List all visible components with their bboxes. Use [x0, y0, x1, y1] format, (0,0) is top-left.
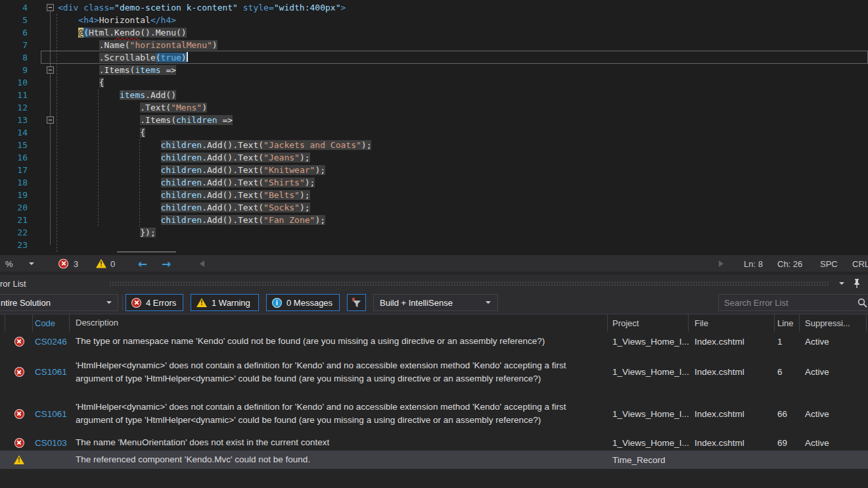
code-line-12[interactable]: .Text("Mens") — [58, 101, 868, 114]
code-line-19[interactable]: children.Add().Text("Belts"); — [58, 189, 868, 201]
column-header-blank0[interactable] — [0, 314, 5, 331]
code-line-16[interactable]: children.Add().Text("Jeans"); — [58, 151, 868, 164]
file-cell[interactable]: Index.cshtml — [689, 409, 775, 419]
error-row-2[interactable]: CS1061'HtmlHelper<dynamic>' does not con… — [0, 351, 868, 393]
code-line-20[interactable]: children.Add().Text("Socks"); — [58, 201, 868, 214]
scope-filter-value: ntire Solution — [1, 298, 51, 308]
code-line-14[interactable]: { — [58, 126, 868, 139]
code-line-22[interactable]: }); — [58, 226, 868, 239]
column-header-code[interactable]: Code — [33, 314, 70, 331]
fold-collapse-button[interactable] — [47, 116, 54, 124]
project-cell[interactable]: 1_Views_Home_I... — [608, 367, 689, 377]
code-token: ( — [83, 28, 89, 37]
code-line-5[interactable]: <h4>Horizontal</h4> — [58, 14, 868, 26]
warnings-toggle-button[interactable]: ! 1 Warning — [191, 294, 259, 311]
code-cell[interactable]: CS0246 — [33, 337, 70, 347]
error-list-title-bar[interactable]: ror List — [0, 275, 868, 292]
column-header-file[interactable]: File — [689, 314, 775, 331]
code-line-11[interactable]: items.Add() — [58, 89, 868, 101]
project-cell[interactable]: 1_Views_Home_I... — [608, 409, 689, 419]
code-line-6[interactable]: @(Html.Kendo().Menu() — [58, 26, 868, 39]
code-cell[interactable]: CS0103 — [33, 438, 70, 448]
line-cell[interactable]: 6 — [775, 367, 800, 377]
suppression-state-cell[interactable]: Active — [800, 367, 867, 377]
error-count-icon[interactable] — [58, 258, 68, 268]
error-row-3[interactable]: CS1061'HtmlHelper<dynamic>' does not con… — [0, 393, 868, 435]
project-cell[interactable]: Time_Record — [608, 455, 689, 465]
code-cell[interactable]: CS1061 — [33, 409, 70, 419]
window-position-chevron-icon[interactable] — [839, 282, 844, 285]
file-cell[interactable]: Index.cshtml — [689, 367, 775, 377]
search-input[interactable] — [719, 295, 856, 310]
error-row-4[interactable]: CS0103The name 'MenuOrientation' does no… — [0, 435, 868, 451]
fold-collapse-button[interactable] — [47, 66, 54, 74]
code-line-7[interactable]: .Name("horizontalMenu") — [58, 39, 868, 51]
project-cell[interactable]: 1_Views_Home_I... — [608, 337, 689, 347]
line-cell[interactable]: 69 — [775, 438, 800, 448]
code-line-10[interactable]: { — [58, 76, 868, 89]
navigate-forward-icon[interactable]: → — [162, 257, 171, 270]
zoom-select[interactable]: % — [5, 258, 13, 268]
code-line-21[interactable]: children.Add().Text("Fan Zone"); — [58, 214, 868, 226]
code-area[interactable]: <div class="demo-scetion k-content" styl… — [0, 1, 868, 251]
scroll-left-icon[interactable] — [200, 260, 204, 267]
code-line-23[interactable] — [58, 239, 868, 251]
search-icon[interactable] — [857, 297, 868, 308]
horizontal-scrollbar-thumb[interactable] — [117, 251, 176, 253]
fold-collapse-button[interactable] — [47, 4, 54, 11]
error-row-5[interactable]: !The referenced component 'Kendo.Mvc' co… — [0, 451, 868, 469]
code-line-18[interactable]: children.Add().Text("Shirts"); — [58, 176, 868, 189]
messages-toggle-button[interactable]: i 0 Messages — [266, 294, 340, 311]
description-cell[interactable]: 'HtmlHelper<dynamic>' does not contain a… — [70, 358, 608, 387]
zoom-select-arrow-icon[interactable] — [29, 262, 34, 265]
line-cell[interactable]: 66 — [775, 409, 800, 419]
severity-cell[interactable]: ! — [5, 455, 33, 464]
error-count[interactable]: 3 — [74, 258, 78, 268]
code-token: .Add().Text( — [202, 203, 263, 212]
code-cell[interactable]: CS1061 — [33, 367, 70, 377]
source-filter-dropdown[interactable]: Build + IntelliSense — [373, 294, 498, 311]
code-token: > — [340, 3, 346, 12]
navigate-back-icon[interactable]: ← — [138, 257, 147, 270]
code-line-13[interactable]: .Items(children => — [58, 114, 868, 126]
column-header-project[interactable]: Project — [608, 314, 689, 331]
description-cell[interactable]: The referenced component 'Kendo.Mvc' cou… — [70, 452, 608, 468]
suppression-state-cell[interactable]: Active — [800, 409, 867, 419]
error-row-1[interactable]: CS0246The type or namespace name 'Kendo'… — [0, 331, 868, 351]
file-cell[interactable]: Index.cshtml — [689, 438, 775, 448]
code-token — [58, 53, 99, 62]
code-line-15[interactable]: children.Add().Text("Jackets and Coats")… — [58, 139, 868, 151]
project-cell[interactable]: 1_Views_Home_I... — [608, 438, 689, 448]
column-header-suppressi[interactable]: Suppressi... — [800, 314, 867, 331]
scroll-right-icon[interactable] — [719, 260, 723, 267]
column-header-description[interactable]: Description — [70, 314, 608, 331]
scope-filter-dropdown[interactable]: ntire Solution — [0, 294, 118, 311]
description-cell[interactable]: 'HtmlHelper<dynamic>' does not contain a… — [70, 399, 608, 428]
code-line-8[interactable]: .Scrollable(true) — [58, 51, 868, 64]
code-line-4[interactable]: <div class="demo-scetion k-content" styl… — [58, 1, 868, 14]
column-header-blank1[interactable] — [5, 314, 33, 331]
warning-count-icon[interactable]: ! — [96, 259, 106, 268]
severity-cell[interactable] — [5, 367, 33, 377]
code-line-9[interactable]: .Items(items => — [58, 64, 868, 76]
severity-cell[interactable] — [5, 438, 33, 448]
code-editor[interactable]: 4567891011121314151617181920212223 <div … — [0, 0, 868, 255]
pin-icon[interactable] — [852, 278, 861, 289]
code-token: .Scrollable — [99, 53, 156, 62]
description-cell[interactable]: The type or namespace name 'Kendo' could… — [70, 333, 608, 349]
suppression-state-cell[interactable]: Active — [800, 438, 867, 448]
drag-handle-dots[interactable] — [109, 281, 830, 286]
description-cell[interactable]: The name 'MenuOrientation' does not exis… — [70, 435, 608, 451]
search-box[interactable] — [718, 294, 868, 311]
suppression-state-cell[interactable]: Active — [800, 337, 867, 347]
severity-cell[interactable] — [5, 337, 33, 347]
severity-cell[interactable] — [5, 409, 33, 419]
line-cell[interactable]: 1 — [775, 337, 800, 347]
clear-filters-button[interactable] — [347, 294, 366, 311]
code-line-17[interactable]: children.Add().Text("Knitwear"); — [58, 164, 868, 176]
code-token: => — [161, 65, 176, 75]
errors-toggle-button[interactable]: 4 Errors — [126, 294, 183, 311]
column-header-line[interactable]: Line — [775, 314, 800, 331]
warning-count[interactable]: 0 — [110, 258, 115, 268]
file-cell[interactable]: Index.cshtml — [689, 337, 775, 347]
